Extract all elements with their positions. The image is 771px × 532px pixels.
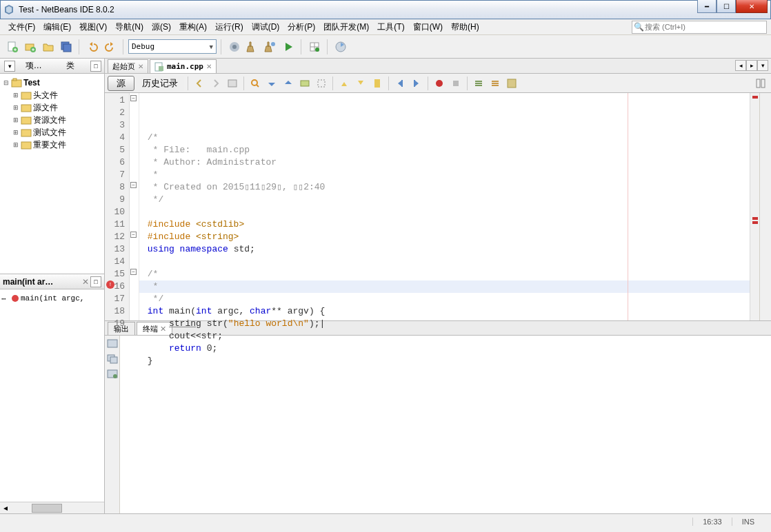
tree-important[interactable]: ⊞重要文件 <box>1 139 103 151</box>
fold-toggle[interactable]: − <box>130 269 137 275</box>
svg-rect-17 <box>21 130 31 136</box>
menu-run[interactable]: 运行(R) <box>211 20 248 34</box>
menu-window[interactable]: 窗口(W) <box>409 20 447 34</box>
menu-refactor[interactable]: 重构(A) <box>175 20 211 34</box>
menu-navigate[interactable]: 导航(N) <box>111 20 148 34</box>
run-button[interactable] <box>280 39 297 55</box>
tab-startpage[interactable]: 起始页✕ <box>108 59 148 73</box>
tab-prev-button[interactable]: ◂ <box>735 60 746 71</box>
search-input[interactable] <box>645 23 766 31</box>
uncomment-button[interactable] <box>488 76 503 91</box>
profile-button[interactable] <box>332 39 349 55</box>
minimize-button[interactable]: ━ <box>697 0 717 13</box>
open-project-button[interactable] <box>40 39 57 55</box>
svg-point-38 <box>113 374 117 378</box>
menu-debug[interactable]: 调试(D) <box>248 20 284 34</box>
toggle-bookmark-button[interactable] <box>370 76 385 91</box>
find-prev-button[interactable] <box>264 76 279 91</box>
prev-bookmark-button[interactable] <box>337 76 352 91</box>
code-editor[interactable]: 12345678910111213141516171819 ! − − − − … <box>105 93 771 320</box>
projects-tab-2[interactable]: 类 <box>52 60 90 72</box>
tab-close-icon[interactable]: ✕ <box>206 63 212 70</box>
forward-button[interactable] <box>208 76 223 91</box>
shift-right-button[interactable] <box>409 76 424 91</box>
error-icon <box>11 294 19 303</box>
svg-rect-15 <box>21 105 31 112</box>
history-view-button[interactable]: 历史记录 <box>136 76 184 91</box>
close-button[interactable]: ✕ <box>736 0 768 13</box>
svg-rect-13 <box>13 79 17 81</box>
navigator-max-icon[interactable]: □ <box>90 276 101 287</box>
config-value: Debug <box>132 42 154 51</box>
back-button[interactable] <box>192 76 207 91</box>
tree-headers[interactable]: ⊞头文件 <box>1 89 103 101</box>
project-tree[interactable]: ⊟ Test ⊞头文件 ⊞源文件 ⊞资源文件 ⊞测试文件 ⊞重要文件 <box>0 74 104 274</box>
save-all-button[interactable] <box>58 39 74 55</box>
clean-build-button[interactable] <box>244 39 261 55</box>
find-next-button[interactable] <box>281 76 296 91</box>
menu-team[interactable]: 团队开发(M) <box>319 20 373 34</box>
menu-edit[interactable]: 编辑(E) <box>39 20 75 34</box>
source-view-button[interactable]: 源 <box>108 76 134 91</box>
tree-tests[interactable]: ⊞测试文件 <box>1 126 103 139</box>
menu-help[interactable]: 帮助(H) <box>447 20 483 34</box>
svg-rect-24 <box>301 81 309 86</box>
macro-stop-button[interactable] <box>448 76 463 91</box>
menu-view[interactable]: 视图(V) <box>75 20 111 34</box>
tab-next-button[interactable]: ▸ <box>746 60 757 71</box>
fold-toggle[interactable]: − <box>130 182 137 188</box>
tree-sources[interactable]: ⊞源文件 <box>1 101 103 114</box>
navigator-close-icon[interactable]: ✕ <box>82 277 89 287</box>
build-button[interactable] <box>226 39 243 55</box>
projects-max-icon[interactable]: □ <box>90 61 101 72</box>
tree-root[interactable]: ⊟ Test <box>1 76 103 89</box>
error-marker-icon[interactable]: ! <box>106 280 114 289</box>
navigator-item[interactable]: ⋯ main(int argc, <box>1 292 103 305</box>
vertical-scrollbar[interactable] <box>759 93 771 320</box>
remote-terminal-icon[interactable] <box>107 369 118 380</box>
left-scrollbar[interactable]: ◂ <box>0 502 104 513</box>
projects-tab-1[interactable]: 项… <box>15 60 52 72</box>
svg-rect-22 <box>228 80 237 87</box>
line-gutter[interactable]: 12345678910111213141516171819 ! <box>105 93 130 320</box>
comment-button[interactable] <box>471 76 486 91</box>
dropdown-button[interactable] <box>225 76 240 91</box>
maximize-button[interactable]: ☐ <box>717 0 736 13</box>
tab-list-button[interactable]: ▾ <box>757 60 768 71</box>
menu-tools[interactable]: 工具(T) <box>373 20 408 34</box>
fold-toggle[interactable]: − <box>130 95 137 101</box>
new-file-button[interactable] <box>4 39 21 55</box>
build2-button[interactable] <box>262 39 279 55</box>
toggle-highlight-button[interactable] <box>297 76 312 91</box>
tree-resources[interactable]: ⊞资源文件 <box>1 114 103 126</box>
menu-source[interactable]: 源(S) <box>148 20 175 34</box>
new-project-button[interactable] <box>22 39 39 55</box>
split-button[interactable] <box>753 76 768 91</box>
shift-left-button[interactable] <box>392 76 408 91</box>
svg-rect-21 <box>159 66 163 71</box>
terminal-icon[interactable] <box>107 338 118 349</box>
toggle-rect-button[interactable] <box>314 76 329 91</box>
navigator-body[interactable]: ⋯ main(int argc, <box>0 289 104 502</box>
macro-record-button[interactable] <box>432 76 447 91</box>
next-bookmark-button[interactable] <box>353 76 368 91</box>
status-bar: 16:33 INS <box>0 513 771 529</box>
error-stripe[interactable] <box>750 93 759 320</box>
quick-search[interactable]: 🔍 <box>632 21 767 34</box>
fold-toggle[interactable]: − <box>130 232 137 238</box>
tab-maincpp[interactable]: main.cpp✕ <box>150 59 217 73</box>
code-content[interactable]: /* * File: main.cpp * Author: Administra… <box>139 93 750 320</box>
find-selection-button[interactable] <box>248 76 263 91</box>
svg-point-19 <box>12 295 19 302</box>
projects-min-icon[interactable]: ▾ <box>4 61 15 72</box>
tab-close-icon[interactable]: ✕ <box>138 63 143 70</box>
debug-button[interactable] <box>306 39 323 55</box>
redo-button[interactable] <box>102 39 119 55</box>
menu-profile[interactable]: 分析(P) <box>283 20 319 34</box>
goto-header-button[interactable] <box>504 76 519 91</box>
menu-file[interactable]: 文件(F) <box>4 20 39 34</box>
new-terminal-icon[interactable] <box>107 354 118 365</box>
fold-column[interactable]: − − − − <box>130 93 139 320</box>
config-selector[interactable]: Debug▼ <box>128 39 217 54</box>
undo-button[interactable] <box>84 39 101 55</box>
